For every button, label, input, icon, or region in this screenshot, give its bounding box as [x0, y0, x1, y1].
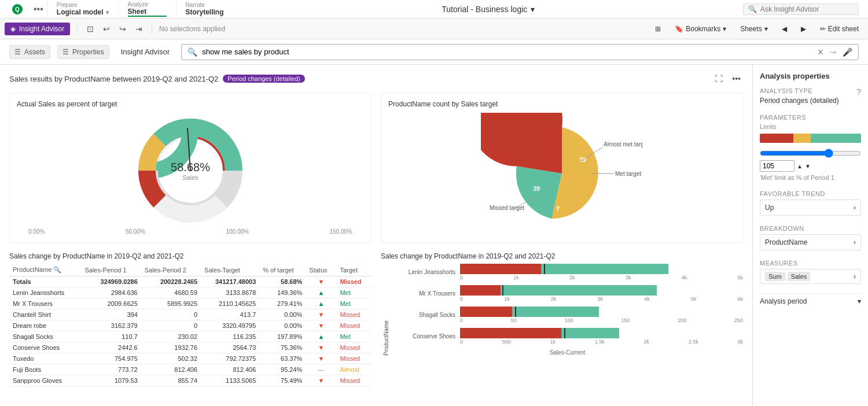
help-icon[interactable]: ? [856, 87, 861, 97]
insight-advisor-btn[interactable]: ◈ Insight Advisor [5, 23, 70, 35]
cell-target: 1133.5065 [201, 375, 259, 386]
next-sheet-btn[interactable]: ▶ [796, 23, 811, 35]
search-col-icon[interactable]: 🔍 [53, 266, 61, 273]
ask-insight-input[interactable] [760, 5, 847, 13]
toolbar-separator2 [152, 23, 152, 35]
chevron-right-icon2: › [854, 238, 856, 246]
favorable-dropdown[interactable]: Up › [760, 200, 861, 216]
cell-name: Totals [9, 276, 81, 287]
cell-pct: 197.89% [259, 331, 306, 342]
forward-btn[interactable]: ⇥ [133, 22, 145, 36]
toolbar: ◈ Insight Advisor ⊡ ↩ ↪ ⇥ No selections … [0, 19, 868, 39]
pie-chart-box: ProductName count by Sales target [381, 93, 743, 243]
clear-search-btn[interactable]: ✕ [817, 47, 824, 57]
cell-p1: 754.975 [81, 353, 141, 364]
ask-insight-advisor-search[interactable]: 🔍 [743, 3, 859, 15]
sheets-btn[interactable]: Sheets ▾ [735, 23, 772, 35]
insight-advisor-label: Insight Advisor [116, 47, 175, 56]
limits-spinner-up[interactable]: ▲ [797, 163, 803, 169]
cell-arrow: — [306, 364, 336, 375]
properties-tab[interactable]: ☰ Properties [57, 45, 109, 59]
breakdown-dropdown[interactable]: ProductName › [760, 234, 861, 250]
limits-value-input[interactable] [760, 160, 795, 172]
qlik-logo: Q [9, 3, 25, 15]
more-options-btn[interactable]: ••• [30, 4, 47, 14]
svg-text:Q: Q [15, 6, 20, 13]
grid-btn[interactable]: ⊞ [650, 23, 665, 35]
svg-text:7: 7 [556, 205, 560, 212]
edit-sheet-btn[interactable]: ✏ Edit sheet [815, 23, 863, 35]
cell-pct: 63.37% [259, 353, 306, 364]
cell-arrow: ▼ [306, 342, 336, 353]
undo-btn[interactable]: ↩ [101, 22, 112, 36]
cell-p2: 200228.2465 [141, 276, 201, 287]
nav-prepare[interactable]: Prepare Logical model ▾ [47, 1, 118, 17]
cell-target: 812.406 [201, 364, 259, 375]
cell-status: Almost [336, 364, 372, 375]
chevron-right-icon: › [854, 204, 856, 212]
bar-area-3: 050100150200250 [460, 307, 743, 323]
search-bar: ☰ Assets ☰ Properties Insight Advisor 🔍 … [0, 39, 868, 65]
assets-tab[interactable]: ☰ Assets [9, 45, 50, 59]
search-input[interactable] [202, 47, 812, 56]
more-icon-btn[interactable]: ••• [730, 72, 743, 86]
search-input-wrap[interactable]: 🔍 ✕ → 🎤 [181, 44, 859, 60]
cell-p2: 4680.59 [141, 287, 201, 298]
expand-icon-btn[interactable]: ⛶ [712, 72, 725, 86]
data-table: ProductName 🔍 Sales-Period 1 Sales-Perio… [9, 264, 372, 386]
cell-p1: 2984.636 [81, 287, 141, 298]
cell-arrow: ▼ [306, 353, 336, 364]
nav-narrate[interactable]: Narrate Storytelling [176, 1, 234, 17]
bar-chart-title: Sales change by ProductName in 2019-Q2 a… [381, 252, 743, 260]
col-p2: Sales-Period 2 [141, 264, 201, 276]
redo-btn[interactable]: ↪ [117, 22, 128, 36]
svg-text:Met target: Met target [615, 171, 641, 177]
favorable-section: Favorable trend Up › [760, 190, 861, 216]
analysis-type-label: Analysis type [760, 87, 812, 94]
analysis-period-section[interactable]: Analysis period ▾ [760, 293, 861, 309]
donut-chart-title: Actual Sales as percent of target [17, 100, 364, 108]
main-content: Sales results by ProductName between 201… [0, 65, 868, 406]
cell-arrow: ▲ [306, 331, 336, 342]
prev-sheet-btn[interactable]: ◀ [777, 23, 792, 35]
nav-analyze[interactable]: Analyze Sheet [118, 0, 176, 18]
cell-pct: 0.00% [259, 309, 306, 320]
table-header-row: ProductName 🔍 Sales-Period 1 Sales-Perio… [9, 264, 372, 276]
table-section: Sales change by ProductName in 2019-Q2 a… [9, 252, 372, 386]
select-icon-btn[interactable]: ⊡ [84, 22, 96, 36]
toolbar-right: ⊞ 🔖 Bookmarks ▾ Sheets ▾ ◀ ▶ ✏ Edit shee… [650, 23, 863, 35]
x-axis-label: Sales-Current [392, 349, 743, 356]
limits-spinner-down[interactable]: ▼ [805, 163, 811, 169]
mic-btn[interactable]: 🎤 [843, 47, 852, 57]
bar-label-4: Conserve Shoes [392, 333, 455, 339]
breakdown-label: Breakdown [760, 225, 861, 232]
bar-chart-inner: ProductName Lenin Jeansshorts [381, 264, 743, 356]
bar-chart-section: Sales change by ProductName in 2019-Q2 a… [381, 252, 743, 386]
bookmarks-btn[interactable]: 🔖 Bookmarks ▾ [670, 23, 731, 35]
cell-pct: 279.41% [259, 298, 306, 309]
bar-row-3: Shagall Socks 050100150200250 [392, 307, 743, 323]
cell-pct: 75.49% [259, 375, 306, 386]
cell-p2: 5895.9925 [141, 298, 201, 309]
table-row: Chantell Shirt 394 0 413.7 0.00% ▼ Misse… [9, 309, 372, 320]
measures-expand-btn[interactable]: › [854, 272, 856, 280]
cell-name: Dream robe [9, 320, 81, 331]
bar-label-3: Shagall Socks [392, 312, 455, 318]
pie-chart-title: ProductName count by Sales target [388, 100, 735, 108]
page-title: Sales results by ProductName between 201… [9, 75, 218, 83]
cell-name: Chantell Shirt [9, 309, 81, 320]
table-title: Sales change by ProductName in 2019-Q2 a… [9, 252, 372, 260]
cell-name: Tuxedo [9, 353, 81, 364]
bar-label-2: Mr X Trousers [392, 290, 455, 297]
limits-slider[interactable] [760, 149, 861, 158]
search-icon: 🔍 [187, 47, 197, 57]
search-submit-btn[interactable]: → [829, 47, 838, 57]
cell-arrow: ▼ [306, 375, 336, 386]
bar-row-2: Mr X Trousers 01k2k3k4k5k6k [392, 285, 743, 302]
cell-p2: 502.32 [141, 353, 201, 364]
cell-p1: 3162.379 [81, 320, 141, 331]
bar-chart-rows: Lenin Jeansshorts 01k2k3k4k5k [392, 264, 743, 356]
cell-status: Met [336, 331, 372, 342]
bottom-charts-row: Sales change by ProductName in 2019-Q2 a… [9, 252, 743, 386]
cell-p2: 855.74 [141, 375, 201, 386]
